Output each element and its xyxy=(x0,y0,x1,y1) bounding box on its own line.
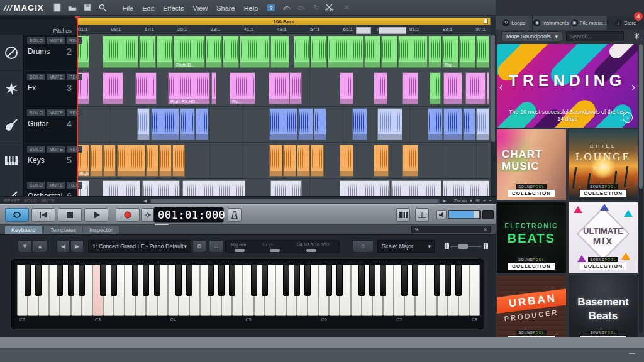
gear-icon[interactable]: ✳ xyxy=(633,31,640,41)
soundpool-card-chart-music[interactable]: CHARTMUSICSOUNDPOOLCOLLECTION xyxy=(497,129,566,200)
track-header-fx[interactable]: SOLOMUTERECFx3 xyxy=(0,71,77,107)
audio-clip[interactable] xyxy=(340,145,353,177)
solo-button[interactable]: SOLO xyxy=(27,37,45,44)
piano-black-key[interactable] xyxy=(262,265,268,296)
audio-clip[interactable] xyxy=(352,108,367,140)
loop-end-handle[interactable] xyxy=(484,19,488,24)
audio-clip[interactable] xyxy=(430,72,441,104)
menu-effects[interactable]: Effects xyxy=(158,3,188,14)
piano-black-key[interactable] xyxy=(434,265,440,296)
audio-clip[interactable]: Right FX.HD... xyxy=(168,72,210,104)
arranger-horizontal-scrollbar[interactable] xyxy=(150,199,440,204)
audio-clip[interactable] xyxy=(465,72,486,104)
audio-clip[interactable] xyxy=(364,36,380,68)
volume-knob[interactable] xyxy=(474,211,479,218)
piano-black-key[interactable] xyxy=(369,265,375,296)
audio-clip[interactable] xyxy=(137,108,150,140)
audio-clip[interactable] xyxy=(269,108,297,140)
solo-button[interactable]: SOLO xyxy=(27,109,45,116)
audio-clip[interactable] xyxy=(381,36,397,68)
sidebar-tab-filemana[interactable]: ▣File mana... xyxy=(570,16,607,30)
loop-button[interactable] xyxy=(5,208,29,222)
soundpool-card-chill-lounge-bar[interactable]: CHILLLOUNGEBARSOUNDPOOLCOLLECTION xyxy=(569,129,638,200)
piano-black-key[interactable] xyxy=(229,265,235,296)
mute-all-button[interactable]: MUTE xyxy=(41,199,55,203)
piano-black-key[interactable] xyxy=(380,265,386,296)
playhead[interactable] xyxy=(77,16,78,196)
audio-clip[interactable] xyxy=(90,145,103,177)
clear-search-icon[interactable]: ✕ xyxy=(483,227,487,233)
zoom-in-icon[interactable]: + xyxy=(483,198,486,204)
audio-clip[interactable] xyxy=(270,180,302,196)
timeline-ruler[interactable]: 01:109:117:125:133:141:149:157:165:173:1… xyxy=(77,25,491,34)
tab-inspector[interactable]: Inspector xyxy=(83,226,119,234)
tab-templates[interactable]: Templates xyxy=(44,226,82,234)
soundpool-card-electronic-beats[interactable]: ELECTRONICBEATSSOUNDPOOLCOLLECTION xyxy=(497,202,566,273)
rec-button[interactable]: REC xyxy=(67,74,82,80)
audio-clip[interactable] xyxy=(391,180,441,196)
audio-clip[interactable] xyxy=(182,180,245,196)
scroll-left-icon[interactable]: ◀ xyxy=(143,199,147,204)
zoom-label[interactable]: Zoom xyxy=(453,198,466,204)
trending-banner[interactable]: TRENDING ‹ › The 10 most successful Soun… xyxy=(497,44,638,128)
keyboard-range-slider[interactable] xyxy=(444,243,488,250)
volume-slider[interactable] xyxy=(448,210,481,219)
audio-clip[interactable] xyxy=(289,72,302,104)
track-lane-guitar[interactable] xyxy=(77,107,491,143)
ruler-selection-box[interactable] xyxy=(379,27,406,34)
track-header-keys[interactable]: SOLOMUTERECKeys5 xyxy=(0,143,77,179)
audio-clip[interactable] xyxy=(402,72,418,104)
instrument-settings-button[interactable]: ⚙ xyxy=(192,240,206,253)
zoom-caret-icon[interactable]: ▾ xyxy=(470,198,472,204)
audio-clip[interactable] xyxy=(269,145,282,177)
audio-clip[interactable] xyxy=(180,108,195,140)
piano-black-key[interactable] xyxy=(132,265,138,296)
delete-icon[interactable]: ✕ xyxy=(340,3,353,12)
sidebar-tab-store[interactable]: ↓Store4 xyxy=(608,16,644,30)
audio-clip[interactable] xyxy=(374,145,389,177)
piano-white-key[interactable] xyxy=(469,265,480,316)
audio-clip[interactable] xyxy=(159,145,172,177)
restore-icon[interactable]: ↻ xyxy=(310,3,323,12)
piano-black-key[interactable] xyxy=(358,265,365,296)
drumpad-view-button[interactable] xyxy=(415,208,429,222)
scale-select[interactable]: Scale: Major▾ xyxy=(377,240,435,253)
solo-button[interactable]: SOLO xyxy=(27,74,45,80)
audio-clip[interactable] xyxy=(476,36,489,68)
track-header-orchestral[interactable]: SOLOMUTERECOrchestral6 xyxy=(0,179,77,196)
banner-next-icon[interactable]: › xyxy=(631,80,635,94)
track-lane-drums[interactable]: Right D...Rig... xyxy=(77,35,491,70)
rewind-button[interactable] xyxy=(31,208,55,222)
audio-clip[interactable] xyxy=(463,108,475,140)
audio-clip[interactable] xyxy=(443,72,462,104)
scrollbar-thumb[interactable] xyxy=(639,44,643,189)
scale-toggle-button[interactable]: ○ xyxy=(352,240,374,253)
loop-range-bar[interactable]: 100 Bars xyxy=(77,18,491,25)
menu-edit[interactable]: Edit xyxy=(138,3,158,14)
audio-clip[interactable] xyxy=(270,36,289,68)
mute-button[interactable]: MUTE xyxy=(47,182,65,189)
audio-clip[interactable] xyxy=(476,108,489,140)
soundpool-card-urban-producer[interactable]: URBANPRODUCERSOUNDPOOLCOLLECTION xyxy=(497,275,566,337)
audio-clip[interactable] xyxy=(297,145,310,177)
audio-clip[interactable] xyxy=(103,36,138,68)
audio-clip[interactable] xyxy=(223,36,239,68)
mute-button[interactable]: MUTE xyxy=(47,74,65,80)
audio-clip[interactable] xyxy=(398,36,428,68)
track-lane-orchestral[interactable] xyxy=(77,179,491,196)
piano-black-key[interactable] xyxy=(186,265,192,296)
solo-button[interactable]: SOLO xyxy=(27,146,45,153)
scrollbar-thumb[interactable] xyxy=(151,199,438,203)
new-file-icon[interactable] xyxy=(51,2,64,13)
audio-clip[interactable] xyxy=(340,180,390,196)
piano-black-key[interactable] xyxy=(336,265,343,296)
audio-clip[interactable] xyxy=(328,36,364,68)
piano-black-key[interactable] xyxy=(100,265,106,296)
ruler-selection-box[interactable] xyxy=(356,27,371,34)
piano-black-key[interactable] xyxy=(35,265,42,296)
piano-black-key[interactable] xyxy=(412,265,418,296)
audio-clip[interactable] xyxy=(206,36,222,68)
audio-clip[interactable] xyxy=(103,72,123,104)
stop-button[interactable] xyxy=(58,208,82,222)
audio-clip[interactable]: Rig... xyxy=(442,36,458,68)
